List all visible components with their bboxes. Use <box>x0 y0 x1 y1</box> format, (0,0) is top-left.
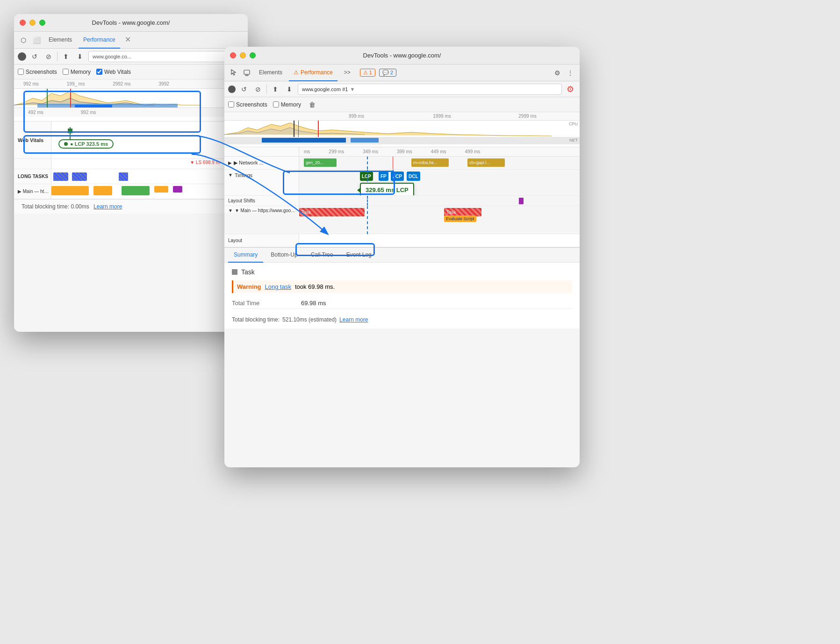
memory-checkbox-fg[interactable]: Memory <box>273 101 301 108</box>
ruler-fg-2: 349 ms <box>363 149 378 154</box>
stop-icon-bg[interactable]: ⊘ <box>43 51 54 62</box>
options-bar-bg: Screenshots Memory Web Vitals <box>14 64 248 79</box>
layout-shifts-label[interactable]: Layout Shifts <box>224 196 299 206</box>
settings-icon2-fg[interactable]: ⚙ <box>565 84 576 95</box>
tab-call-tree-fg[interactable]: Call Tree <box>305 248 339 263</box>
screenshots-checkbox-bg[interactable]: Screenshots <box>18 69 57 75</box>
devtools-window-foreground: DevTools - www.google.com/ Elements ⚠Per… <box>224 47 580 467</box>
url-bar-fg[interactable]: www.google.com #1 ▼ <box>298 84 562 95</box>
warning-row: Warning Long task took 69.98 ms. <box>232 280 572 293</box>
main-content-bg <box>51 184 248 199</box>
dashed-line-4 <box>367 196 368 206</box>
tab-bar-fg: Elements ⚠Performance >> ⚠ 1 💬 2 ⚙ ⋮ <box>224 64 580 81</box>
ruler-mark-fg-2: 999 ms <box>314 114 399 119</box>
tab-summary-fg[interactable]: Summary <box>228 248 263 263</box>
reload-icon-fg[interactable]: ↺ <box>238 84 250 95</box>
dcl-chip-fg: DCL <box>407 172 420 181</box>
long-tasks-content <box>51 169 248 184</box>
download-icon-bg[interactable]: ⬇ <box>74 51 86 62</box>
ruler-mark-fg-4: 2999 ms <box>485 114 570 119</box>
main-track-fg: ▼ ▼ Main — https://www.google.com/ Task … <box>224 206 580 234</box>
bottom-content-fg: Task Warning Long task took 69.98 ms. To… <box>224 263 580 329</box>
web-vitals-track: Web Vitals ● LCP 323.5 ms <box>14 122 248 159</box>
tab-bottom-up-fg[interactable]: Bottom-Up <box>265 248 303 263</box>
ruler-fg-0: ms <box>304 149 310 154</box>
tab-bar-bg: ⬡ ⬜ Elements Performance ✕ <box>14 32 248 49</box>
main-track-label-fg[interactable]: ▼ ▼ Main — https://www.google.com/ <box>224 206 299 213</box>
ruler-fg-1: 299 ms <box>329 149 344 154</box>
total-time-label: Total Time <box>232 300 297 307</box>
traffic-lights-fg <box>230 52 256 58</box>
svg-rect-2 <box>122 186 150 195</box>
timings-track-label[interactable]: ▼ Timings <box>224 170 299 195</box>
tab-more-fg[interactable]: >> <box>339 64 355 81</box>
network-track-label[interactable]: ▶ ▶ Network ... <box>224 157 299 169</box>
close-button-fg[interactable] <box>230 52 236 58</box>
maximize-button-fg[interactable] <box>250 52 256 58</box>
total-blocking-value-fg: 521.10ms (estimated) <box>282 316 337 323</box>
webvitals-checkbox-bg[interactable]: Web Vitals <box>96 69 131 75</box>
titlebar-bg: DevTools - www.google.com/ <box>14 14 248 32</box>
main-track-bg: ▶ Main — https://www.google.com/ <box>14 184 248 199</box>
tab-performance-bg[interactable]: Performance <box>79 32 120 49</box>
ls-label <box>14 159 51 169</box>
more-icon-fg[interactable]: ⋮ <box>565 67 576 79</box>
settings-icon-fg[interactable]: ⚙ <box>552 67 563 79</box>
task-color-indicator <box>232 269 237 275</box>
window-title-fg: DevTools - www.google.com/ <box>363 52 441 59</box>
long-task-bar-3 <box>119 172 128 181</box>
ruler-mark-bg-4: 3992 <box>159 81 169 86</box>
dashed-line-main <box>367 206 368 234</box>
ruler-fg-3: 399 ms <box>397 149 412 154</box>
reload-icon-bg[interactable]: ↺ <box>29 51 40 62</box>
tab-event-log-fg[interactable]: Event Log <box>341 248 377 263</box>
ruler-bottom-2: 992 ms <box>81 110 96 115</box>
stop-icon-fg[interactable]: ⊘ <box>252 84 264 95</box>
tab-elements-bg[interactable]: Elements <box>44 32 77 49</box>
timings-triangle: ▼ <box>228 172 233 178</box>
tab-performance-fg[interactable]: ⚠Performance <box>289 64 337 81</box>
upload-icon-fg[interactable]: ⬆ <box>270 84 281 95</box>
net-bar-1: gen_20... <box>304 158 337 167</box>
tab-elements-fg[interactable]: Elements <box>254 64 287 81</box>
cursor-icon-fg[interactable] <box>228 67 239 79</box>
tab-close-bg[interactable]: ✕ <box>122 32 134 49</box>
long-task-bar-1 <box>53 172 68 181</box>
layout-shifts-content <box>299 196 580 206</box>
close-button-bg[interactable] <box>20 20 26 26</box>
trash-icon[interactable]: 🗑 <box>307 99 318 110</box>
record-icon-fg[interactable] <box>228 86 236 93</box>
web-vitals-label: Web Vitals <box>14 122 51 158</box>
learn-more-link-bg[interactable]: Learn more <box>93 203 122 210</box>
minimize-button-bg[interactable] <box>29 20 36 26</box>
screenshots-checkbox-fg[interactable]: Screenshots <box>228 101 267 108</box>
timings-label-text: Timings <box>235 172 252 178</box>
dashed-line-1 <box>367 157 368 169</box>
maximize-button-bg[interactable] <box>39 20 45 26</box>
web-vitals-content: ● LCP 323.5 ms <box>51 122 248 158</box>
memory-checkbox-bg[interactable]: Memory <box>63 69 91 75</box>
ruler-mark-bg-3: 2992 ms <box>113 81 130 86</box>
footer-row-fg: Total blocking time: 521.10ms (estimated… <box>232 313 572 323</box>
timeline-overview-fg: 999 ms 1999 ms 2999 ms CPU NET <box>224 112 580 147</box>
record-icon-bg[interactable] <box>18 52 26 61</box>
total-time-row: Total Time 69.98 ms <box>232 298 572 309</box>
device-icon[interactable]: ⬜ <box>31 35 42 46</box>
upload-icon-bg[interactable]: ⬆ <box>60 51 72 62</box>
tooltip-triangle <box>357 187 361 193</box>
time-ruler-fg: ms 299 ms 349 ms 399 ms 449 ms 499 ms <box>224 147 580 157</box>
download-icon-fg[interactable]: ⬇ <box>284 84 295 95</box>
layout-shift-bar <box>519 198 524 204</box>
cursor-icon[interactable]: ⬡ <box>18 35 29 46</box>
lcp-chip-text: ● LCP 323.5 ms <box>70 141 108 147</box>
device-icon-fg[interactable] <box>241 67 252 79</box>
window-title-bg: DevTools - www.google.com/ <box>92 19 170 26</box>
url-bar-bg[interactable]: www.google.co... <box>88 51 244 62</box>
minimize-button-fg[interactable] <box>240 52 246 58</box>
titlebar-fg: DevTools - www.google.com/ <box>224 47 580 64</box>
learn-more-link-fg[interactable]: Learn more <box>339 316 368 323</box>
toolbar2-bg: ↺ ⊘ ⬆ ⬇ www.google.co... <box>14 49 248 64</box>
svg-rect-3 <box>154 186 168 193</box>
long-task-link[interactable]: Long task <box>265 283 291 290</box>
network-triangle: ▶ <box>228 160 232 165</box>
